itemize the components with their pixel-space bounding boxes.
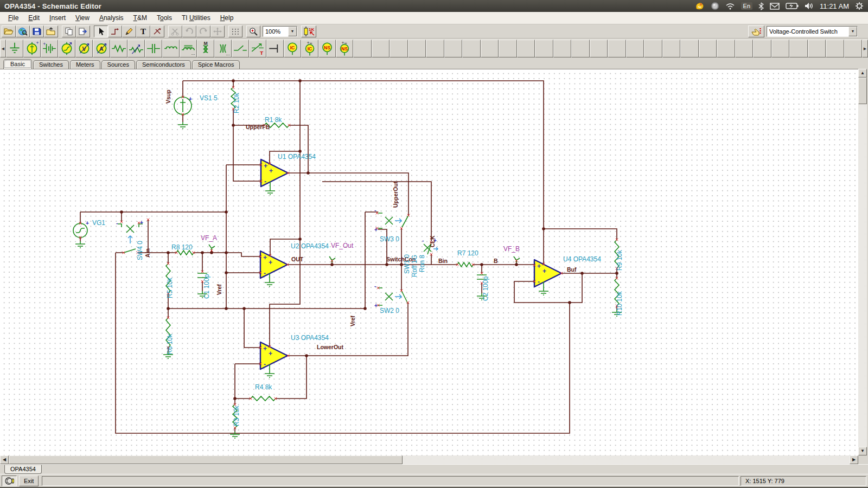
palette-coupled-inductors-button[interactable]	[214, 40, 232, 57]
menu-analysis[interactable]: Analysis	[94, 12, 129, 23]
pencil-tool-button[interactable]	[122, 25, 136, 37]
palette-ic-pin-button[interactable]	[284, 40, 301, 57]
voltage-probe-symbol[interactable]	[329, 256, 335, 262]
open-examples-button[interactable]	[16, 25, 30, 37]
cross-wire-button[interactable]	[150, 25, 164, 37]
text-tool-button[interactable]	[136, 25, 150, 37]
schematic-label[interactable]: VF_Out	[331, 242, 354, 249]
clock[interactable]: 11:21 AM	[820, 2, 849, 10]
scroll-down-button[interactable]: ▼	[858, 447, 867, 455]
palette-voltage-source-button[interactable]	[23, 40, 41, 57]
schematic-label[interactable]: CLK	[429, 235, 436, 247]
open-file-button[interactable]	[2, 25, 16, 37]
schematic-label[interactable]: SW2 0	[380, 307, 399, 314]
zoom-select[interactable]: 100% ▼	[263, 26, 297, 37]
ground-symbol[interactable]	[265, 188, 275, 195]
save-button[interactable]	[30, 25, 44, 37]
schematic-label[interactable]: Buf	[567, 266, 577, 273]
palette-capacitor-button[interactable]	[145, 40, 162, 57]
palette-resistor-button[interactable]	[110, 40, 127, 57]
voltage-probe-symbol[interactable]	[209, 245, 215, 251]
schematic-label[interactable]: VF_A	[201, 234, 217, 242]
undo-button[interactable]	[182, 25, 196, 37]
palette-switch-button[interactable]	[232, 40, 249, 57]
menu-view[interactable]: View	[71, 12, 94, 23]
schematic-label[interactable]: R3 10k	[233, 405, 240, 426]
wifi-icon[interactable]	[725, 2, 735, 10]
schematic-label[interactable]: SW4 0	[136, 241, 144, 260]
volume-icon[interactable]	[805, 2, 814, 10]
schematic-label[interactable]: Vref	[349, 316, 356, 326]
ground-symbol[interactable]	[539, 288, 548, 295]
menu-insert[interactable]: Insert	[44, 12, 71, 23]
component-mode-button[interactable]	[748, 25, 764, 37]
schematic-label[interactable]: VF_B	[503, 245, 520, 253]
switch-blade[interactable]	[401, 291, 407, 303]
schematic-label[interactable]: U1 OPA4354	[278, 153, 316, 160]
schematic-label[interactable]: R7 120	[457, 249, 478, 257]
ground-symbol[interactable]	[265, 280, 275, 286]
palette-nodeset-plus-button[interactable]	[336, 40, 353, 57]
palette-voltage-generator-button[interactable]	[58, 40, 75, 57]
schematic-label[interactable]: R1 8k	[265, 116, 282, 124]
palette-voltmeter-button[interactable]	[75, 40, 93, 57]
ground-symbol[interactable]	[265, 371, 275, 377]
session-gear-icon[interactable]	[855, 2, 864, 10]
schematic-label[interactable]: OUT	[291, 256, 304, 262]
default-component-button[interactable]: 1K	[301, 25, 316, 37]
schematic-label[interactable]: LowerOut	[317, 344, 344, 350]
component-type-select[interactable]: Voltage-Controlled Switch ▼	[767, 26, 858, 37]
menu-edit[interactable]: Edit	[23, 12, 44, 23]
schematic-label[interactable]: C2 100p	[482, 276, 489, 301]
schematic-label[interactable]: C1 100p	[203, 274, 210, 299]
redo-button[interactable]	[196, 25, 210, 37]
open-recent-button[interactable]	[44, 25, 58, 37]
schematic-label[interactable]: VS1 5	[200, 94, 218, 102]
palette-nodeset-button[interactable]	[318, 40, 336, 57]
schematic-label[interactable]: UpperOut	[392, 181, 399, 208]
schematic-mode-button[interactable]	[2, 476, 17, 486]
tab-basic[interactable]: Basic	[3, 59, 32, 69]
palette-ammeter-button[interactable]	[93, 40, 110, 57]
tab-semiconductors[interactable]: Semiconductors	[136, 60, 191, 69]
zoom-in-button[interactable]	[246, 25, 260, 37]
scroll-up-button[interactable]: ▲	[858, 69, 867, 78]
tab-spice-macros[interactable]: Spice Macros	[192, 60, 240, 69]
paste-button[interactable]	[76, 25, 90, 37]
schematic-label[interactable]: B	[494, 258, 498, 264]
ground-symbol[interactable]	[178, 122, 188, 129]
copy-button[interactable]	[62, 25, 76, 37]
schematic-label[interactable]: SW1 0	[403, 254, 411, 274]
schematic-label[interactable]: R10 10k	[616, 291, 623, 316]
schematic-label[interactable]: R4 8k	[255, 383, 272, 391]
schematic-label[interactable]: U3 OPA4354	[291, 334, 329, 342]
palette-controlled-switch-button[interactable]	[249, 40, 266, 57]
schematic-label[interactable]: VG1	[92, 219, 105, 227]
schematic-label[interactable]: Vref	[216, 284, 222, 295]
resistor-symbol[interactable]	[176, 251, 194, 255]
horizontal-scrollbar[interactable]: ◀ ▶	[0, 455, 858, 464]
menu-tools[interactable]: Tools	[152, 12, 177, 23]
schematic-label[interactable]: Bin	[438, 258, 448, 264]
mail-icon[interactable]	[770, 3, 780, 10]
palette-potentiometer-button[interactable]	[127, 40, 145, 57]
wire[interactable]	[80, 81, 617, 433]
switch-control-x[interactable]	[385, 217, 393, 224]
switch-blade[interactable]	[124, 249, 136, 253]
schematic-label[interactable]: Ron 8	[418, 255, 426, 272]
keyboard-layout-indicator[interactable]: En	[741, 2, 752, 10]
palette-ic-pin-plus-button[interactable]	[301, 40, 318, 57]
component-type-dropdown-button[interactable]: ▼	[848, 27, 857, 36]
schematic-label[interactable]: R8 120	[171, 243, 193, 251]
palette-transformer-button[interactable]	[197, 40, 214, 57]
schematic-label[interactable]: Vsup	[165, 89, 171, 104]
schematic-label[interactable]: R9 10k	[616, 249, 623, 271]
resistor-symbol[interactable]	[251, 396, 276, 401]
switch-control-x[interactable]	[126, 225, 134, 233]
schematic-label[interactable]: Ain	[144, 248, 151, 258]
zoom-dropdown-button[interactable]: ▼	[288, 27, 297, 36]
vertical-scrollbar[interactable]: ▲ ▼	[858, 69, 867, 455]
tab-meters[interactable]: Meters	[70, 60, 100, 69]
switch-blade[interactable]	[402, 215, 409, 227]
schematic-label[interactable]: U4 OPA4354	[563, 255, 601, 263]
